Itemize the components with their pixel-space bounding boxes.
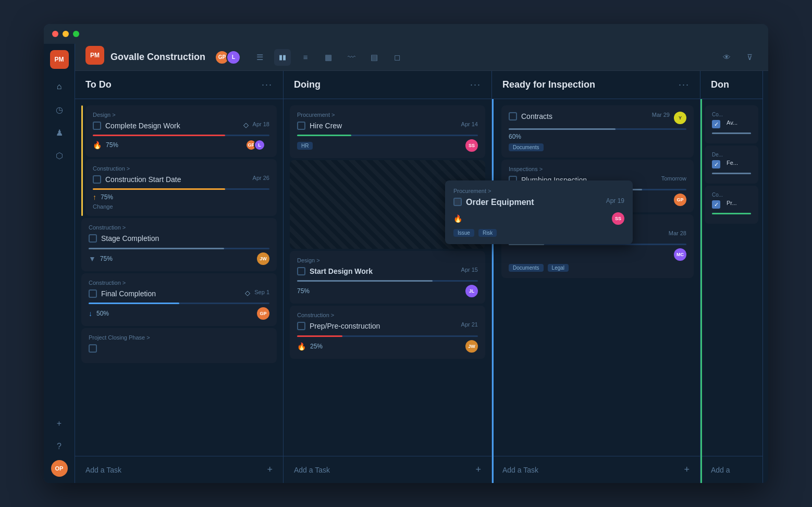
task-done-2[interactable]: De... ✓ Fe... [705, 146, 758, 184]
column-todo-footer[interactable]: Add a Task + [75, 456, 283, 483]
task-tags: Documents Legal [509, 264, 686, 272]
maximize-button[interactable] [73, 31, 79, 37]
task-progress-text: 50% [96, 310, 109, 317]
column-done-footer[interactable]: Add a [700, 456, 762, 483]
task-stage-completion[interactable]: Construction > Stage Completion ▼ 75% [81, 218, 277, 271]
task-date: Apr 14 [461, 121, 478, 127]
done-task-name-2: Fe... [727, 160, 738, 166]
column-ready: Ready for Inspection ··· Contracts Mar 2… [492, 71, 700, 483]
task-category: Design > [93, 112, 269, 118]
task-start-design[interactable]: Design > Start Design Work Apr 15 75% [290, 251, 485, 304]
task-header: Start Design Work Apr 15 [297, 267, 478, 276]
fire-icon: 🔥 [93, 141, 102, 149]
task-name: Contracts [521, 112, 648, 121]
task-meta: MC [509, 248, 686, 261]
task-complete-design-work[interactable]: Design > Complete Design Work ◇ Apr 18 [85, 105, 277, 157]
floating-task-name: Order Equipment [466, 197, 491, 208]
task-checkbox[interactable] [297, 122, 305, 130]
pm-logo[interactable]: PM [50, 50, 69, 69]
task-category: Procurement > [297, 112, 478, 118]
task-header: Construction Start Date Apr 26 [93, 175, 269, 184]
task-date: Tomorrow [661, 175, 686, 182]
board-area: To Do ··· Design > Compl [75, 71, 768, 483]
task-checkbox[interactable] [93, 122, 101, 130]
sidebar-item-help[interactable]: ? [50, 437, 69, 456]
task-checkbox[interactable] [297, 267, 305, 275]
calendar-icon[interactable]: ▤ [366, 49, 383, 66]
task-checkbox[interactable]: ✓ [712, 120, 720, 128]
tag-documents: Documents [509, 264, 544, 272]
task-hire-crew[interactable]: Procurement > Hire Crew Apr 14 HR [290, 105, 485, 158]
floating-order-equipment[interactable]: Procurement > Order Equipment Apr 19 🔥 S… [445, 180, 491, 244]
add-task-icon[interactable]: + [684, 464, 690, 475]
task-progress-bar [712, 132, 751, 134]
column-ready-footer[interactable]: Add a Task + [492, 456, 700, 483]
task-progress-text: 75% [101, 194, 113, 201]
document-icon[interactable]: ◻ [389, 49, 405, 66]
avatar: L [254, 139, 265, 151]
sidebar: PM ⌂ ◷ ♟ ⬡ + ? OP [44, 44, 75, 483]
task-checkbox[interactable]: ✓ [712, 200, 720, 209]
floating-tags: Issue Risk [453, 229, 491, 237]
tag-hr: HR [297, 142, 313, 150]
column-done-body: Co... ✓ Av... De... [700, 99, 762, 456]
task-progress-text: 75% [100, 255, 113, 262]
grid-view-icon[interactable]: ▦ [320, 49, 337, 66]
filter-icon[interactable]: ⊽ [741, 49, 758, 66]
column-doing-body: Procurement > Hire Crew Apr 14 HR [284, 99, 491, 456]
avatar-jw: JW [465, 340, 478, 353]
task-progress-fill [89, 303, 179, 304]
add-task-icon[interactable]: + [475, 464, 481, 475]
list-view-icon[interactable]: ☰ [251, 49, 268, 66]
sidebar-item-clock[interactable]: ◷ [50, 100, 69, 119]
task-progress-text: 25% [310, 343, 323, 350]
column-doing-footer[interactable]: Add a Task + [284, 456, 491, 483]
column-todo-title: To Do [85, 79, 262, 90]
sidebar-item-home[interactable]: ⌂ [50, 77, 69, 96]
task-tags: Documents [509, 143, 686, 151]
user-avatar[interactable]: OP [51, 460, 68, 477]
task-contracts[interactable]: Contracts Mar 29 Y 60% Docume [501, 105, 694, 158]
floating-checkbox[interactable] [453, 198, 462, 206]
waveform-icon[interactable]: 〰 [343, 49, 360, 66]
task-prep-preconstruction[interactable]: Construction > Prep/Pre-construction Apr… [290, 306, 485, 358]
task-date: Sep 1 [254, 289, 269, 295]
bar-chart-view-icon[interactable]: ▮▮ [274, 49, 291, 66]
task-progress-bar [89, 303, 269, 304]
task-progress-text: 75% [297, 287, 310, 295]
sidebar-item-briefcase[interactable]: ⬡ [50, 146, 69, 165]
avatar-mc: MC [674, 248, 686, 261]
close-button[interactable] [52, 31, 58, 37]
task-checkbox[interactable] [89, 289, 97, 298]
task-final-completion[interactable]: Construction > Final Completion ◇ Sep 1 [81, 273, 277, 326]
eye-icon[interactable]: 👁 [718, 49, 735, 66]
task-checkbox[interactable] [89, 344, 97, 353]
task-checkbox[interactable]: ✓ [712, 160, 720, 168]
traffic-lights [52, 31, 79, 37]
column-doing-menu[interactable]: ··· [470, 79, 481, 90]
task-header: Hire Crew Apr 14 [297, 121, 478, 130]
avatar-l[interactable]: L [226, 50, 241, 65]
add-task-icon[interactable]: + [267, 464, 273, 475]
task-checkbox[interactable] [89, 234, 97, 243]
task-construction-start[interactable]: Construction > Construction Start Date A… [85, 159, 277, 216]
task-meta: HR SS [297, 139, 478, 152]
task-checkbox[interactable] [93, 175, 101, 184]
minimize-button[interactable] [63, 31, 69, 37]
task-checkbox[interactable] [297, 322, 305, 330]
column-ready-menu[interactable]: ··· [679, 79, 690, 90]
task-project-closing[interactable]: Project Closing Phase > [81, 328, 277, 363]
task-done-1[interactable]: Co... ✓ Av... [705, 105, 758, 143]
task-header [89, 344, 269, 353]
avatar-gp: GP [674, 194, 686, 206]
column-todo: To Do ··· Design > Compl [75, 71, 284, 483]
task-header: Contracts Mar 29 Y [509, 112, 686, 124]
task-done-3[interactable]: Co... ✓ Pr... [705, 186, 758, 224]
filter-list-icon[interactable]: ≡ [297, 49, 314, 66]
task-checkbox[interactable] [509, 112, 517, 120]
diamond-icon: ◇ [243, 121, 249, 129]
avatar-jl: JL [465, 285, 478, 297]
sidebar-item-add[interactable]: + [50, 414, 69, 433]
column-todo-menu[interactable]: ··· [262, 79, 273, 90]
sidebar-item-people[interactable]: ♟ [50, 123, 69, 142]
